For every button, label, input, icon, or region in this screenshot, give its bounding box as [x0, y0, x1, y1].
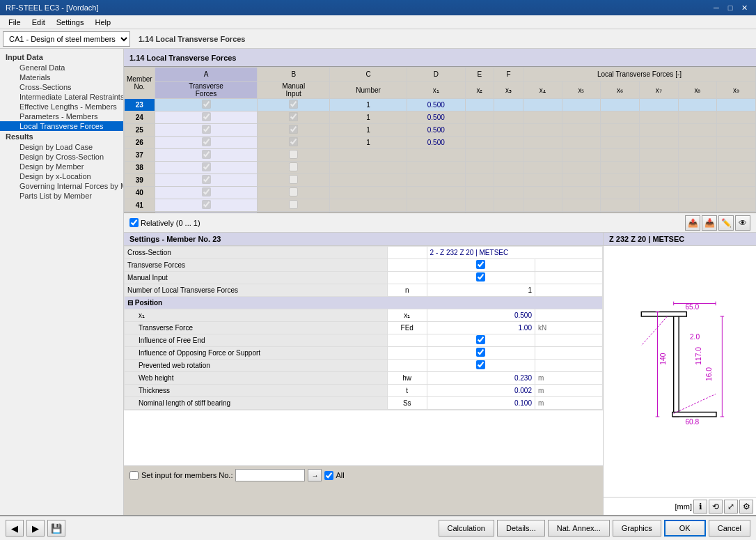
manual-cell[interactable] [258, 99, 330, 111]
transverse-cell[interactable] [155, 137, 258, 149]
cs-settings-btn[interactable]: ⚙ [739, 500, 753, 514]
cs-fit-btn[interactable]: ⤢ [724, 500, 738, 514]
x9-cell [717, 199, 756, 212]
menu-help[interactable]: Help [89, 17, 116, 28]
members-no-input[interactable] [235, 469, 305, 481]
x2-cell [465, 99, 494, 111]
menu-edit[interactable]: Edit [26, 17, 51, 28]
nav-back-btn[interactable]: ◀ [6, 520, 24, 537]
table-row[interactable]: 2410.500 [125, 111, 756, 124]
member-no-cell[interactable]: 25 [125, 124, 155, 137]
case-dropdown[interactable]: CA1 - Design of steel members [3, 31, 130, 47]
relatively-checkbox[interactable] [129, 218, 139, 227]
settings-sym: t [387, 385, 427, 397]
graphics-button[interactable]: Graphics [613, 520, 661, 537]
sidebar-item-parameters[interactable]: Parameters - Members [0, 111, 123, 121]
transverse-cell[interactable] [155, 212, 258, 214]
transverse-cell[interactable] [155, 111, 258, 124]
number-cell [330, 149, 407, 162]
transverse-cell[interactable] [155, 99, 258, 111]
member-no-cell[interactable]: 24 [125, 111, 155, 124]
sidebar-item-design-member[interactable]: Design by Member [0, 162, 123, 171]
settings-value[interactable] [427, 272, 535, 284]
settings-value[interactable] [427, 334, 535, 347]
edit-btn[interactable]: ✏️ [718, 215, 734, 231]
sidebar-item-intermediate-lateral[interactable]: Intermediate Lateral Restraints [0, 92, 123, 102]
main-table-container[interactable]: MemberNo. A B C D E F Local Transverse F… [124, 67, 756, 213]
transverse-cell[interactable] [155, 199, 258, 212]
table-row[interactable]: 40 [125, 187, 756, 199]
member-no-cell[interactable]: 40 [125, 187, 155, 199]
table-row[interactable]: 41 [125, 199, 756, 212]
nat-annex-button[interactable]: Nat. Annex... [548, 520, 610, 537]
member-no-cell[interactable]: 42 [125, 212, 155, 214]
settings-sym [387, 247, 427, 259]
member-no-cell[interactable]: 37 [125, 149, 155, 162]
manual-cell[interactable] [258, 212, 330, 214]
sidebar-item-parts-list[interactable]: Parts List by Member [0, 191, 123, 201]
cs-zoom-btn[interactable]: ⟲ [709, 500, 723, 514]
manual-cell[interactable] [258, 162, 330, 174]
table-row[interactable]: 2310.500 [125, 99, 756, 111]
manual-cell[interactable] [258, 149, 330, 162]
x6-cell [601, 187, 640, 199]
sidebar-item-design-cross-section[interactable]: Design by Cross-Section [0, 152, 123, 162]
transverse-cell[interactable] [155, 187, 258, 199]
nav-save-btn[interactable]: 💾 [47, 520, 65, 537]
sidebar-item-general-data[interactable]: General Data [0, 63, 123, 72]
transverse-cell[interactable] [155, 124, 258, 137]
manual-cell[interactable] [258, 199, 330, 212]
sidebar-item-design-x-location[interactable]: Design by x-Location [0, 171, 123, 181]
table-row[interactable]: 39 [125, 174, 756, 187]
settings-value[interactable] [427, 259, 535, 272]
relatively-checkbox-label[interactable]: Relatively (0 ... 1) [129, 218, 200, 227]
set-input-checkbox[interactable] [129, 471, 139, 480]
sidebar-item-cross-sections[interactable]: Cross-Sections [0, 82, 123, 92]
sidebar-item-effective-lengths[interactable]: Effective Lengths - Members [0, 102, 123, 111]
manual-cell[interactable] [258, 137, 330, 149]
member-no-cell[interactable]: 41 [125, 199, 155, 212]
table-row[interactable]: 2510.500 [125, 124, 756, 137]
transverse-cell[interactable] [155, 174, 258, 187]
table-row[interactable]: 42 [125, 212, 756, 214]
sidebar-item-local-transverse[interactable]: Local Transverse Forces [0, 121, 123, 131]
transverse-cell[interactable] [155, 162, 258, 174]
all-checkbox[interactable] [324, 471, 333, 480]
th-x7: x₇ [639, 82, 678, 99]
member-no-cell[interactable]: 23 [125, 99, 155, 111]
member-no-cell[interactable]: 39 [125, 174, 155, 187]
minimize-button[interactable]: ─ [710, 2, 723, 13]
cs-info-btn[interactable]: ℹ [693, 500, 707, 514]
close-button[interactable]: ✕ [738, 2, 750, 13]
menu-file[interactable]: File [3, 17, 26, 28]
table-row[interactable]: 38 [125, 162, 756, 174]
transverse-cell[interactable] [155, 149, 258, 162]
member-no-cell[interactable]: 26 [125, 137, 155, 149]
table-row[interactable]: 37 [125, 149, 756, 162]
import-btn[interactable]: 📥 [702, 215, 717, 231]
manual-cell[interactable] [258, 111, 330, 124]
table-row[interactable]: 2610.500 [125, 137, 756, 149]
manual-cell[interactable] [258, 174, 330, 187]
calculation-button[interactable]: Calculation [439, 520, 494, 537]
maximize-button[interactable]: □ [724, 2, 737, 13]
all-checkbox-label[interactable]: All [324, 471, 344, 480]
sidebar-item-governing-internal[interactable]: Governing Internal Forces by M [0, 181, 123, 191]
view-btn[interactable]: 👁 [735, 215, 750, 231]
menu-settings[interactable]: Settings [51, 17, 90, 28]
cancel-button[interactable]: Cancel [709, 520, 750, 537]
settings-value[interactable] [427, 347, 535, 360]
manual-cell[interactable] [258, 187, 330, 199]
nav-fwd-btn[interactable]: ▶ [26, 520, 45, 537]
sidebar-item-design-load-case[interactable]: Design by Load Case [0, 142, 123, 152]
x8-cell [678, 199, 717, 212]
member-no-cell[interactable]: 38 [125, 162, 155, 174]
details-button[interactable]: Details... [497, 520, 545, 537]
set-input-go-btn[interactable]: → [308, 469, 322, 481]
settings-value: 1 [427, 284, 535, 297]
manual-cell[interactable] [258, 124, 330, 137]
settings-value[interactable] [427, 360, 535, 372]
export-btn[interactable]: 📤 [685, 215, 700, 231]
ok-button[interactable]: OK [664, 520, 706, 537]
sidebar-item-materials[interactable]: Materials [0, 72, 123, 82]
